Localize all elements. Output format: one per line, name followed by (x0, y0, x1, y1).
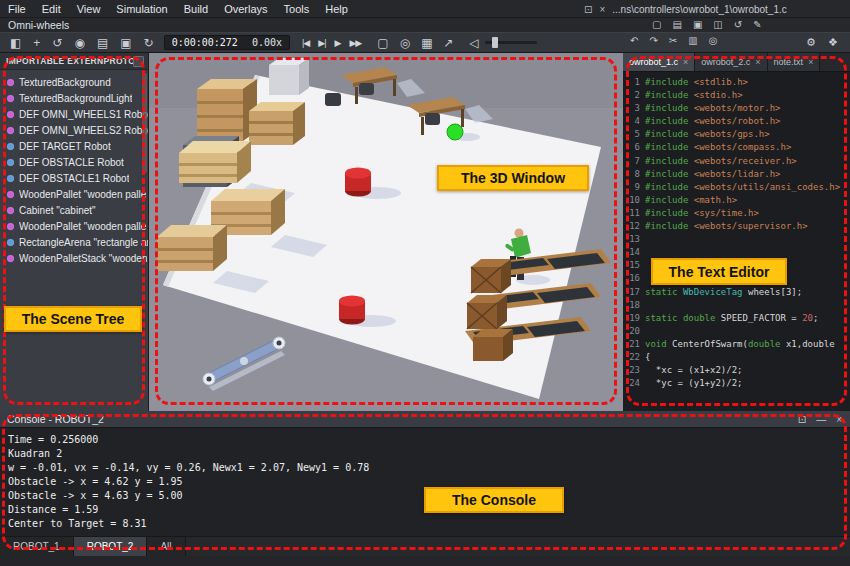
save-file-icon[interactable]: ▣ (693, 20, 702, 30)
share-icon[interactable]: ↗ (443, 37, 453, 49)
settings-gear-icon[interactable]: ⚙ (806, 36, 816, 49)
menu-help[interactable]: Help (317, 0, 356, 18)
scene-tree-toggle-icon[interactable]: ◧ (10, 37, 21, 49)
editor-edit-icons: ↶↷✂▥◎ (630, 36, 717, 46)
save-world-icon[interactable]: ▣ (120, 37, 131, 49)
reload-world-icon[interactable]: ↻ (144, 37, 154, 49)
simulation-time-panel: 0:00:00:272 0.00x (164, 35, 290, 50)
editor-tab-owrobot_2.c[interactable]: owrobot_2.c× (695, 53, 767, 71)
line-number: 6 (623, 141, 645, 154)
code-area[interactable]: 1#include <stdlib.h>2#include <stdio.h>3… (623, 72, 850, 390)
tree-item[interactable]: WoodenPallet "wooden palle (0, 218, 148, 234)
annotation-label-scene-tree: The Scene Tree (4, 306, 142, 332)
tree-item[interactable]: DEF OMNI_WHEELS1 Robot (0, 106, 148, 122)
tree-item[interactable]: RectangleArena "rectangle are (0, 234, 148, 250)
edit-pencil-icon[interactable]: ✎ (753, 20, 761, 30)
tree-item[interactable]: DEF OMNI_WHEELS2 Robot (0, 122, 148, 138)
console-tab-ROBOT_2[interactable]: ROBOT_2 (74, 537, 148, 556)
new-file-icon[interactable]: ▢ (652, 20, 661, 30)
code-line: 11#include <sys/time.h> (623, 207, 850, 220)
tree-item[interactable]: TexturedBackgroundLight (0, 90, 148, 106)
menu-build[interactable]: Build (176, 0, 216, 18)
annotation-label-console: The Console (424, 487, 564, 513)
speaker-icon[interactable]: ◁ (470, 37, 479, 49)
editor-panel-close-icon[interactable]: × (599, 4, 605, 15)
reset-simulation-icon[interactable]: ↺ (52, 37, 62, 49)
render-view-icon[interactable]: ◉ (74, 37, 84, 49)
menu-bar-items: FileEditViewSimulationBuildOverlaysTools… (0, 0, 356, 17)
fullscreen-icon[interactable]: ▢ (377, 37, 388, 49)
tree-item-label: DEF OBSTACLE Robot (19, 157, 124, 168)
simulation-time: 0:00:00:272 (172, 37, 238, 48)
rewind-icon[interactable]: |◀ (302, 38, 309, 48)
viewport-3d[interactable] (149, 53, 623, 411)
menu-simulation[interactable]: Simulation (108, 0, 175, 18)
tab-close-icon[interactable]: × (808, 57, 813, 67)
cardboard-box[interactable] (269, 58, 309, 95)
console-close-icon[interactable]: × (836, 415, 842, 425)
tab-label: owrobot_1.c (629, 57, 678, 67)
menu-edit[interactable]: Edit (34, 0, 69, 18)
console-float-icon[interactable]: ⊡ (798, 415, 806, 425)
console-window-icons: ⊡—× (798, 411, 842, 428)
add-node-icon[interactable]: + (33, 37, 40, 49)
save-as-icon[interactable]: ◫ (713, 20, 722, 30)
obstacle-cylinder-1[interactable] (345, 168, 371, 197)
attach-icon[interactable]: ❖ (828, 36, 838, 49)
code-line: 17static WbDeviceTag wheels[3]; (623, 286, 850, 299)
menu-tools[interactable]: Tools (276, 0, 318, 18)
tab-close-icon[interactable]: × (755, 57, 760, 67)
line-number: 13 (623, 233, 645, 246)
step-icon[interactable]: ▶| (318, 38, 325, 48)
tree-item[interactable]: Cabinet "cabinet" (0, 202, 148, 218)
overlay-grid-icon[interactable]: ▦ (421, 37, 432, 49)
tab-close-icon[interactable]: × (683, 57, 688, 67)
line-number: 20 (623, 325, 645, 338)
copy-icon[interactable]: ▥ (688, 36, 697, 46)
undo-icon[interactable]: ↶ (630, 36, 638, 46)
menu-file[interactable]: File (0, 0, 34, 18)
console-tab-All[interactable]: All (147, 537, 185, 556)
redo-icon[interactable]: ↷ (649, 36, 657, 46)
open-world-icon[interactable]: ▤ (97, 37, 108, 49)
find-icon[interactable]: ◎ (709, 36, 718, 46)
scene-tree-scrollbar[interactable] (142, 73, 147, 173)
volume-slider[interactable] (485, 41, 537, 44)
editor-tab-owrobot_1.c[interactable]: owrobot_1.c× (623, 53, 695, 71)
code-line: 23 *xc = (x1+x2)/2; (623, 364, 850, 377)
tree-item[interactable]: WoodenPalletStack "wooden (0, 250, 148, 266)
console-minimize-icon[interactable]: — (816, 415, 826, 425)
code-line: 9#include <webots/utils/ansi_codes.h> (623, 181, 850, 194)
tree-item-label: WoodenPallet "wooden palle (19, 189, 146, 200)
tree-item[interactable]: DEF OBSTACLE Robot (0, 154, 148, 170)
code-line: 18 (623, 299, 850, 312)
tree-item[interactable]: DEF TARGET Robot (0, 138, 148, 154)
target-sphere[interactable] (447, 124, 463, 140)
volume-slider-thumb[interactable] (492, 37, 498, 48)
play-icon[interactable]: ▶ (335, 38, 341, 48)
scene-tree-header-button[interactable] (133, 56, 144, 67)
open-file-icon[interactable]: ▤ (672, 20, 681, 30)
revert-file-icon[interactable]: ↺ (734, 20, 742, 30)
editor-tab-note.txt[interactable]: note.txt× (768, 53, 821, 71)
node-icon (7, 207, 14, 214)
tree-item[interactable]: TexturedBackground (0, 74, 148, 90)
obstacle-cylinder-2[interactable] (339, 296, 365, 325)
tree-item[interactable]: DEF OBSTACLE1 Robot (0, 170, 148, 186)
console-tab-ROBOT_1[interactable]: ROBOT_1 (0, 537, 74, 556)
menu-overlays[interactable]: Overlays (216, 0, 275, 18)
editor-float-icon[interactable]: ⊡ (584, 4, 592, 15)
line-number: 10 (623, 194, 645, 207)
toolbar-left-icons: ◧+↺◉▤▣↻ (0, 37, 154, 49)
cut-icon[interactable]: ✂ (669, 36, 677, 46)
tree-item[interactable]: WoodenPallet "wooden palle (0, 186, 148, 202)
fast-forward-icon[interactable]: ▶▶ (349, 38, 361, 48)
code-line: 10#include <math.h> (623, 194, 850, 207)
wooden-crates[interactable] (467, 259, 513, 361)
menu-view[interactable]: View (69, 0, 109, 18)
node-icon (7, 223, 14, 230)
movie-record-icon[interactable]: ◎ (400, 37, 410, 49)
console-line: Kuadran 2 (8, 447, 842, 461)
editor-file-icons: ▢▤▣◫↺✎ (652, 18, 762, 32)
line-number: 11 (623, 207, 645, 220)
